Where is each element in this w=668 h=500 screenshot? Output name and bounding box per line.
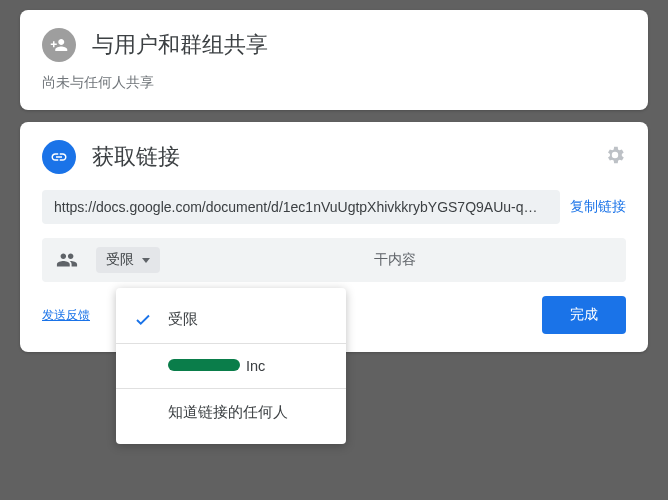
gear-icon[interactable] [604, 144, 626, 170]
link-url-box[interactable]: https://docs.google.com/document/d/1ec1n… [42, 190, 560, 224]
dropdown-item-label: Inc [246, 358, 265, 374]
link-title: 获取链接 [92, 142, 180, 172]
person-add-icon [42, 28, 76, 62]
dropdown-item-label: 受限 [168, 310, 198, 329]
link-icon [42, 140, 76, 174]
redacted-org-name [168, 359, 240, 371]
share-title[interactable]: 与用户和群组共享 [92, 30, 268, 60]
share-subtitle: 尚未与任何人共享 [42, 74, 626, 92]
access-description: 干内容 [174, 251, 616, 269]
people-icon [52, 245, 82, 275]
chevron-down-icon [142, 258, 150, 263]
share-people-card: 与用户和群组共享 尚未与任何人共享 [20, 10, 648, 110]
check-icon [134, 311, 152, 329]
dropdown-item-restricted[interactable]: 受限 [116, 296, 346, 343]
done-button[interactable]: 完成 [542, 296, 626, 334]
access-dropdown-trigger[interactable]: 受限 [96, 247, 160, 273]
feedback-link[interactable]: 发送反馈 [42, 307, 90, 324]
access-row: 受限 干内容 [42, 238, 626, 282]
access-dropdown-label: 受限 [106, 251, 134, 269]
access-dropdown-menu: 受限 Inc 知道链接的任何人 [116, 288, 346, 444]
dropdown-item-anyone[interactable]: 知道链接的任何人 [116, 389, 346, 436]
dropdown-item-label: 知道链接的任何人 [168, 403, 288, 422]
share-header-row: 与用户和群组共享 [42, 28, 626, 62]
link-card-header: 获取链接 [42, 140, 626, 174]
dropdown-item-org[interactable]: Inc [116, 344, 346, 388]
link-row: https://docs.google.com/document/d/1ec1n… [42, 190, 626, 224]
copy-link-button[interactable]: 复制链接 [570, 198, 626, 216]
